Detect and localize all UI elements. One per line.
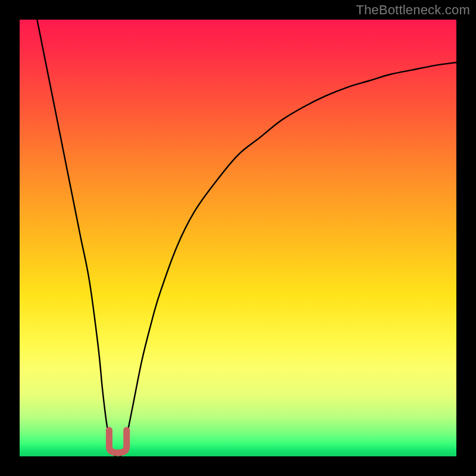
- plot-area: [20, 20, 456, 456]
- valley-marker: [109, 430, 126, 453]
- marker-layer: [20, 20, 456, 456]
- chart-frame: TheBottleneck.com: [0, 0, 476, 476]
- watermark-text: TheBottleneck.com: [356, 2, 470, 18]
